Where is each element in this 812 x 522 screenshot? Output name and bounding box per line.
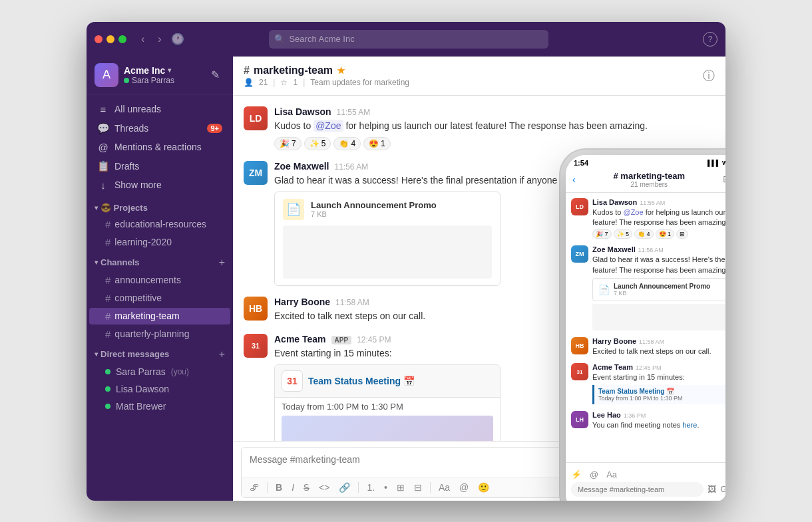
phone-msg-4: 31 Acme Team 12:45 PM Event starting in … bbox=[571, 363, 725, 404]
maximize-button[interactable] bbox=[118, 35, 126, 43]
attach-button[interactable]: 🖇 bbox=[247, 480, 262, 495]
channel-item-announcements[interactable]: # announcements bbox=[89, 272, 230, 289]
phone-msg-5: LH Lee Hao 1:36 PM You can find meeting … bbox=[571, 411, 725, 430]
phone-reaction[interactable]: 👏 4 bbox=[634, 229, 654, 239]
strikethrough-button[interactable]: S̶ bbox=[301, 480, 312, 495]
reaction-clap[interactable]: 👏 4 bbox=[333, 137, 361, 150]
phone-reaction[interactable]: ✨ 5 bbox=[614, 229, 633, 239]
avatar-acme: 31 bbox=[244, 334, 268, 358]
reaction-sparkle[interactable]: ✨ 5 bbox=[304, 137, 331, 150]
channel-description: Team updates for marketing bbox=[310, 78, 409, 87]
phone-lightning-icon[interactable]: ⚡ bbox=[571, 469, 582, 479]
phone-reaction[interactable]: ⊞ bbox=[676, 229, 688, 239]
phone-msg-content: Lisa Dawson 11:55 AM Kudos to @Zoe for h… bbox=[592, 198, 725, 239]
user-status: Sara Parras bbox=[124, 76, 174, 85]
add-dm-button[interactable]: + bbox=[219, 348, 225, 360]
channel-star[interactable]: ★ bbox=[337, 65, 345, 76]
msg-time: 11:58 AM bbox=[335, 298, 369, 307]
hash-icon: # bbox=[105, 293, 110, 304]
dm-item-lisa[interactable]: Lisa Dawson bbox=[89, 381, 230, 397]
phone-image-icon[interactable]: 🖼 bbox=[708, 484, 716, 494]
sidebar: A Acme Inc ▾ Sara Parras ✎ bbox=[87, 57, 233, 501]
channel-item-learning[interactable]: # learning-2020 bbox=[89, 234, 230, 251]
link-button[interactable]: 🔗 bbox=[336, 480, 353, 495]
all-unreads-icon: ≡ bbox=[97, 104, 109, 115]
member-count: 21 bbox=[259, 78, 268, 87]
event-name[interactable]: Team Status Meeting 📅 bbox=[308, 376, 415, 386]
projects-label: 😎 Projects bbox=[101, 203, 148, 213]
minimize-button[interactable] bbox=[106, 35, 114, 43]
phone-msg-header: Acme Team 12:45 PM bbox=[592, 363, 725, 371]
phone-attachment: 📄 Launch Announcement Promo 7 KB bbox=[592, 278, 725, 301]
sidebar-item-drafts[interactable]: 📋 Drafts bbox=[89, 157, 230, 176]
phone-msg-content: Lee Hao 1:36 PM You can find meeting not… bbox=[592, 411, 725, 430]
phone-reaction[interactable]: 😍 1 bbox=[656, 229, 675, 239]
sidebar-item-mentions[interactable]: @ Mentions & reactions bbox=[89, 138, 230, 156]
phone-video-icon[interactable]: ⊞ bbox=[723, 174, 725, 186]
hash-icon: # bbox=[105, 311, 110, 322]
channel-name: competitive bbox=[114, 293, 162, 303]
reaction-party[interactable]: 🎉 7 bbox=[274, 137, 302, 150]
threads-badge: 9+ bbox=[207, 124, 222, 133]
online-dot bbox=[105, 369, 110, 374]
msg-time: 11:55 AM bbox=[337, 108, 371, 117]
channel-item-educational[interactable]: # educational-resources bbox=[89, 216, 230, 233]
channel-meta: 👤 21 | ☆ 1 | Team updates for marketing bbox=[244, 78, 409, 87]
search-icon: 🔍 bbox=[274, 34, 285, 44]
phone-msg-1: LD Lisa Dawson 11:55 AM Kudos to @Zoe fo… bbox=[571, 198, 725, 239]
channel-item-quarterly[interactable]: # quarterly-planning bbox=[89, 326, 230, 342]
avatar-lisa: LD bbox=[244, 106, 268, 130]
phone-msg-text: Kudos to @Zoe for helping us launch our … bbox=[592, 207, 725, 228]
reaction-love[interactable]: 😍 1 bbox=[363, 137, 391, 150]
channels-section-header[interactable]: ▾ Channels + bbox=[87, 251, 233, 271]
all-unreads-label: All unreads bbox=[114, 104, 161, 114]
dm-label: Direct messages bbox=[101, 349, 169, 359]
back-button[interactable]: ‹ bbox=[137, 31, 148, 48]
ordered-list-button[interactable]: 1. bbox=[364, 480, 377, 495]
search-input[interactable] bbox=[269, 30, 548, 49]
phone-msg-author: Lisa Dawson bbox=[592, 198, 637, 206]
channel-name-text: marketing-team bbox=[254, 65, 333, 76]
hash-icon: # bbox=[105, 237, 110, 248]
workspace-name[interactable]: Acme Inc ▾ bbox=[124, 65, 174, 76]
phone-gif-icon[interactable]: GIF bbox=[720, 484, 725, 494]
phone-file-preview bbox=[592, 304, 725, 330]
sidebar-item-all-unreads[interactable]: ≡ All unreads bbox=[89, 100, 230, 118]
phone-msg-text: Excited to talk next steps on our call. bbox=[592, 346, 725, 356]
mention-button[interactable]: @ bbox=[457, 480, 471, 495]
emoji-button[interactable]: 🙂 bbox=[475, 480, 492, 495]
channel-item-competitive[interactable]: # competitive bbox=[89, 290, 230, 307]
text-format-button[interactable]: Aa bbox=[436, 480, 453, 495]
channel-item-marketing-team[interactable]: # marketing-team bbox=[89, 308, 230, 325]
compose-button[interactable]: ✎ bbox=[205, 65, 225, 85]
forward-button[interactable]: › bbox=[154, 31, 165, 48]
phone-back-button[interactable]: ‹ bbox=[572, 174, 576, 185]
add-channel-button[interactable]: + bbox=[219, 257, 225, 269]
phone-reaction[interactable]: 🎉 7 bbox=[592, 229, 612, 239]
dm-name: Matt Brewer bbox=[116, 401, 166, 412]
sidebar-item-threads[interactable]: 💬 Threads 9+ bbox=[89, 119, 230, 138]
sidebar-item-show-more[interactable]: ↓ Show more bbox=[89, 176, 230, 194]
bullet-list-button[interactable]: • bbox=[381, 480, 390, 495]
dm-section-header[interactable]: ▾ Direct messages + bbox=[87, 343, 233, 363]
phone-message-input[interactable] bbox=[571, 482, 704, 497]
italic-button[interactable]: I bbox=[289, 480, 297, 495]
phone-msg-text: You can find meeting notes here. bbox=[592, 420, 725, 430]
projects-section-header[interactable]: ▾ 😎 Projects bbox=[87, 197, 233, 215]
channels-label: Channels bbox=[101, 257, 140, 267]
code-button[interactable]: <> bbox=[316, 480, 332, 495]
phone-event-name: Team Status Meeting 📅 bbox=[598, 388, 725, 395]
phone-msg-header: Harry Boone 11:58 AM bbox=[592, 337, 725, 345]
bold-button[interactable]: B bbox=[273, 480, 285, 495]
indent-button[interactable]: ⊞ bbox=[394, 480, 407, 495]
phone-mention-icon[interactable]: @ bbox=[590, 469, 598, 479]
help-button[interactable]: ? bbox=[703, 32, 717, 47]
dm-item-sara[interactable]: Sara Parras (you) bbox=[89, 364, 230, 380]
phone-msg-content: Zoe Maxwell 11:56 AM Glad to hear it was… bbox=[592, 245, 725, 330]
info-button[interactable]: ⓘ bbox=[703, 68, 715, 84]
phone-format-icon[interactable]: Aa bbox=[606, 469, 617, 479]
close-button[interactable] bbox=[95, 35, 102, 43]
outdent-button[interactable]: ⊟ bbox=[411, 480, 425, 495]
link[interactable]: here bbox=[682, 421, 697, 429]
dm-item-matt[interactable]: Matt Brewer bbox=[89, 398, 230, 414]
